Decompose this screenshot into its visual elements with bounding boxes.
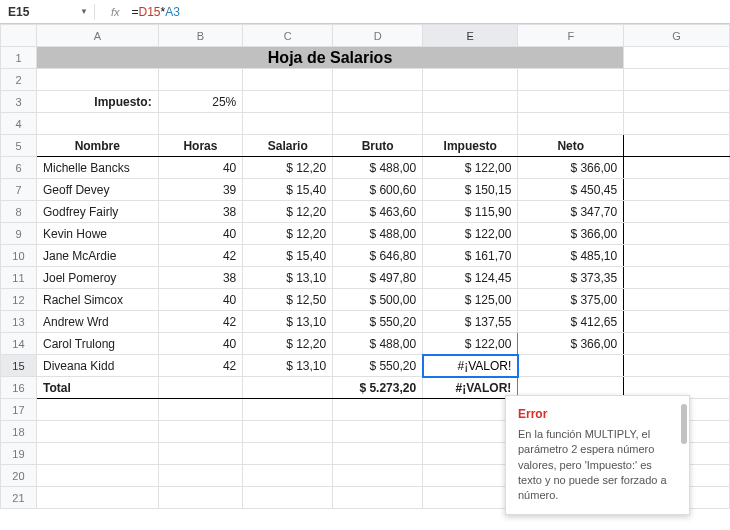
cell-horas-15[interactable]: 42 xyxy=(158,355,243,377)
cell-r21-2[interactable] xyxy=(243,487,333,509)
row-head-7[interactable]: 7 xyxy=(1,179,37,201)
cell-r20-3[interactable] xyxy=(333,465,423,487)
cell-r2-4[interactable] xyxy=(423,69,518,91)
cell-r4-4[interactable] xyxy=(423,113,518,135)
row-head-13[interactable]: 13 xyxy=(1,311,37,333)
cell-r19-0[interactable] xyxy=(36,443,158,465)
cell-neto-8[interactable]: $ 347,70 xyxy=(518,201,624,223)
row-head-18[interactable]: 18 xyxy=(1,421,37,443)
cell-r21-0[interactable] xyxy=(36,487,158,509)
cell-impuesto-8[interactable]: $ 115,90 xyxy=(423,201,518,223)
cell-impuesto-14[interactable]: $ 122,00 xyxy=(423,333,518,355)
col-head-G[interactable]: G xyxy=(624,25,730,47)
col-head-D[interactable]: D xyxy=(333,25,423,47)
cell-r18-0[interactable] xyxy=(36,421,158,443)
cell-salario-10[interactable]: $ 15,40 xyxy=(243,245,333,267)
cell-nombre-7[interactable]: Geoff Devey xyxy=(36,179,158,201)
total-label[interactable]: Total xyxy=(36,377,158,399)
header-bruto[interactable]: Bruto xyxy=(333,135,423,157)
cell-salario-12[interactable]: $ 12,50 xyxy=(243,289,333,311)
cell-r17-3[interactable] xyxy=(333,399,423,421)
total-bruto[interactable]: $ 5.273,20 xyxy=(333,377,423,399)
cell-r19-1[interactable] xyxy=(158,443,243,465)
cell-bruto-15[interactable]: $ 550,20 xyxy=(333,355,423,377)
cell-G7[interactable] xyxy=(624,179,730,201)
cell-neto-10[interactable]: $ 485,10 xyxy=(518,245,624,267)
cell-r20-1[interactable] xyxy=(158,465,243,487)
cell-r21-1[interactable] xyxy=(158,487,243,509)
cell-impuesto-6[interactable]: $ 122,00 xyxy=(423,157,518,179)
cell-nombre-15[interactable]: Diveana Kidd xyxy=(36,355,158,377)
cell-C16[interactable] xyxy=(243,377,333,399)
name-box-dropdown-icon[interactable]: ▼ xyxy=(80,7,88,16)
cell-bruto-7[interactable]: $ 600,60 xyxy=(333,179,423,201)
cell-salario-14[interactable]: $ 12,20 xyxy=(243,333,333,355)
cell-neto-7[interactable]: $ 450,45 xyxy=(518,179,624,201)
cell-bruto-13[interactable]: $ 550,20 xyxy=(333,311,423,333)
cell-r4-6[interactable] xyxy=(624,113,730,135)
cell-nombre-12[interactable]: Rachel Simcox xyxy=(36,289,158,311)
cell-r2-6[interactable] xyxy=(624,69,730,91)
header-neto[interactable]: Neto xyxy=(518,135,624,157)
header-nombre[interactable]: Nombre xyxy=(36,135,158,157)
cell-impuesto-15[interactable]: #¡VALOR! xyxy=(423,355,518,377)
cell-r18-4[interactable] xyxy=(423,421,518,443)
cell-r2-1[interactable] xyxy=(158,69,243,91)
row-head-5[interactable]: 5 xyxy=(1,135,37,157)
cell-r17-0[interactable] xyxy=(36,399,158,421)
row-head-16[interactable]: 16 xyxy=(1,377,37,399)
cell-G9[interactable] xyxy=(624,223,730,245)
cell-impuesto-13[interactable]: $ 137,55 xyxy=(423,311,518,333)
header-horas[interactable]: Horas xyxy=(158,135,243,157)
row-head-20[interactable]: 20 xyxy=(1,465,37,487)
cell-G5[interactable] xyxy=(624,135,730,157)
header-salario[interactable]: Salario xyxy=(243,135,333,157)
cell-G10[interactable] xyxy=(624,245,730,267)
cell-neto-15[interactable] xyxy=(518,355,624,377)
cell-bruto-8[interactable]: $ 463,60 xyxy=(333,201,423,223)
cell-horas-13[interactable]: 42 xyxy=(158,311,243,333)
cell-r20-4[interactable] xyxy=(423,465,518,487)
cell-neto-13[interactable]: $ 412,65 xyxy=(518,311,624,333)
cell-r21-4[interactable] xyxy=(423,487,518,509)
cell-nombre-8[interactable]: Godfrey Fairly xyxy=(36,201,158,223)
header-impuesto[interactable]: Impuesto xyxy=(423,135,518,157)
name-box[interactable]: E15 xyxy=(4,3,74,21)
cell-salario-11[interactable]: $ 13,10 xyxy=(243,267,333,289)
formula-input[interactable]: =D15*A3 xyxy=(131,5,726,19)
tax-rate[interactable]: 25% xyxy=(158,91,243,113)
cell-r3-1[interactable] xyxy=(333,91,423,113)
select-all-corner[interactable] xyxy=(1,25,37,47)
cell-nombre-9[interactable]: Kevin Howe xyxy=(36,223,158,245)
cell-horas-12[interactable]: 40 xyxy=(158,289,243,311)
cell-r3-2[interactable] xyxy=(423,91,518,113)
cell-neto-11[interactable]: $ 373,35 xyxy=(518,267,624,289)
cell-r18-1[interactable] xyxy=(158,421,243,443)
cell-r19-4[interactable] xyxy=(423,443,518,465)
row-head-9[interactable]: 9 xyxy=(1,223,37,245)
cell-bruto-14[interactable]: $ 488,00 xyxy=(333,333,423,355)
row-head-1[interactable]: 1 xyxy=(1,47,37,69)
cell-bruto-9[interactable]: $ 488,00 xyxy=(333,223,423,245)
row-head-8[interactable]: 8 xyxy=(1,201,37,223)
cell-G14[interactable] xyxy=(624,333,730,355)
cell-salario-7[interactable]: $ 15,40 xyxy=(243,179,333,201)
cell-bruto-10[interactable]: $ 646,80 xyxy=(333,245,423,267)
cell-horas-14[interactable]: 40 xyxy=(158,333,243,355)
col-head-F[interactable]: F xyxy=(518,25,624,47)
cell-r19-2[interactable] xyxy=(243,443,333,465)
cell-impuesto-11[interactable]: $ 124,45 xyxy=(423,267,518,289)
cell-r20-0[interactable] xyxy=(36,465,158,487)
cell-salario-13[interactable]: $ 13,10 xyxy=(243,311,333,333)
cell-impuesto-7[interactable]: $ 150,15 xyxy=(423,179,518,201)
cell-r19-3[interactable] xyxy=(333,443,423,465)
cell-salario-15[interactable]: $ 13,10 xyxy=(243,355,333,377)
cell-r4-5[interactable] xyxy=(518,113,624,135)
row-head-15[interactable]: 15 xyxy=(1,355,37,377)
cell-r2-2[interactable] xyxy=(243,69,333,91)
row-head-4[interactable]: 4 xyxy=(1,113,37,135)
sheet-title[interactable]: Hoja de Salarios xyxy=(36,47,623,69)
cell-r17-4[interactable] xyxy=(423,399,518,421)
cell-neto-9[interactable]: $ 366,00 xyxy=(518,223,624,245)
cell-bruto-11[interactable]: $ 497,80 xyxy=(333,267,423,289)
